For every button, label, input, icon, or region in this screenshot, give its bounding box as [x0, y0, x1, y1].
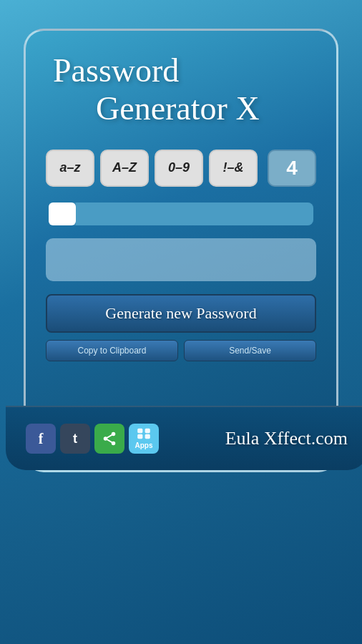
svg-line-4 — [106, 439, 114, 443]
slider-container — [46, 203, 316, 225]
app-title: Password Generator X — [46, 52, 316, 128]
slider-fill — [76, 203, 313, 225]
number-badge[interactable]: 4 — [268, 150, 316, 187]
main-card: Password Generator X a–z A–Z 0–9 !–& 4 — [24, 29, 338, 472]
generate-button[interactable]: Generate new Password — [46, 294, 316, 333]
svg-rect-6 — [145, 429, 150, 433]
page-background: Password Generator X a–z A–Z 0–9 !–& 4 — [0, 0, 362, 644]
option-09[interactable]: 0–9 — [155, 150, 203, 187]
option-az-lower[interactable]: a–z — [46, 150, 94, 187]
share-icon[interactable] — [94, 424, 124, 454]
tumblr-icon[interactable]: t — [60, 424, 90, 454]
send-save-button[interactable]: Send/Save — [184, 340, 316, 361]
slider-thumb[interactable] — [49, 203, 76, 225]
facebook-icon[interactable]: f — [26, 424, 56, 454]
svg-line-3 — [106, 434, 114, 439]
slider-track — [49, 203, 313, 225]
svg-rect-7 — [137, 434, 142, 439]
bottom-bar: f t — [6, 406, 362, 470]
svg-rect-5 — [137, 429, 142, 433]
svg-rect-8 — [145, 434, 150, 439]
branding-text: Eula Xffect.com — [225, 428, 348, 449]
options-row: a–z A–Z 0–9 !–& 4 — [46, 150, 316, 187]
social-icons: f t — [26, 424, 159, 454]
password-display — [46, 238, 316, 281]
secondary-buttons: Copy to Clipboard Send/Save — [46, 340, 316, 361]
copy-button[interactable]: Copy to Clipboard — [46, 340, 178, 361]
option-az-upper[interactable]: A–Z — [100, 150, 149, 187]
option-special[interactable]: !–& — [209, 150, 258, 187]
apps-icon[interactable]: Apps — [129, 424, 159, 454]
